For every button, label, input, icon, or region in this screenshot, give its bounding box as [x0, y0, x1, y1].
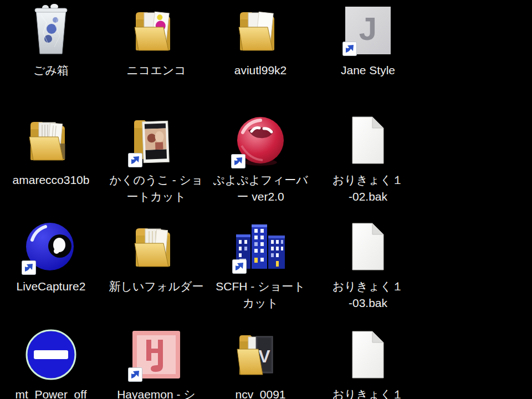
desktop-icon-scfh[interactable]: SCFH - ショートカット [209, 219, 311, 311]
desktop-icon-recycle-bin[interactable]: ごみ箱 [0, 3, 102, 79]
icon-label: 新しいフォルダー [105, 278, 207, 295]
shortcut-arrow-icon [128, 153, 142, 167]
document-icon [350, 115, 386, 165]
shortcut-arrow-icon [342, 42, 357, 56]
icon-label: SCFH - ショートカット [209, 278, 311, 311]
desktop-icon-ncv-folder[interactable]: V ncv_0091 [209, 328, 311, 399]
folder-icon [235, 5, 286, 56]
desktop-icon-orikyoku-02-bak[interactable]: おりきょく１-02.bak [317, 113, 419, 205]
icon-label: aviutl99k2 [209, 62, 311, 79]
desktop-icon-mt-power-off[interactable]: mt_Power_off [0, 328, 102, 399]
desktop-icon-amarecco-folder[interactable]: amarecco310b [0, 113, 102, 188]
icon-label: mt_Power_off [0, 386, 102, 399]
shortcut-arrow-icon [232, 259, 247, 274]
folder-icon [131, 221, 182, 272]
no-entry-icon [24, 328, 78, 381]
desktop-icon-hayaemon[interactable]: Hayaemon - シ [105, 328, 207, 399]
desktop-icon-jane-style[interactable]: J Jane Style [317, 3, 419, 79]
icon-label: おりきょく１-03.bak [317, 278, 419, 311]
document-icon [350, 330, 386, 380]
icon-label: Hayaemon - シ [105, 386, 207, 399]
desktop-icon-puyopuyo-fever[interactable]: ぷよぷよフィーバー ver2.0 [209, 113, 311, 205]
desktop-icon-orikyoku-03-bak[interactable]: おりきょく１-03.bak [317, 219, 419, 311]
desktop-icon-livecapture2[interactable]: LiveCapture2 [0, 219, 102, 295]
desktop-icon-orikyoku-1[interactable]: おりきょく１ [317, 328, 419, 399]
desktop-icon-new-folder[interactable]: 新しいフォルダー [105, 219, 207, 295]
icon-label: おりきょく１ [317, 386, 419, 399]
desktop-icon-nicoenco-folder[interactable]: ニコエンコ [105, 3, 207, 79]
icon-label: amarecco310b [0, 172, 102, 188]
desktop-icon-aviutl-folder[interactable]: aviutl99k2 [209, 3, 311, 79]
shortcut-arrow-icon [231, 154, 245, 168]
folder-icon [131, 5, 182, 56]
icon-label: かくのうこ - ショートカット [105, 172, 207, 205]
icon-label: LiveCapture2 [0, 278, 102, 295]
document-icon [350, 222, 386, 272]
icon-label: ncv_0091 [209, 386, 311, 399]
jane-letter: J [359, 13, 377, 45]
icon-label: Jane Style [317, 62, 419, 79]
folder-video-icon: V [235, 329, 286, 380]
desktop: ごみ箱 ニコエンコ [0, 0, 532, 399]
icon-label: おりきょく１-02.bak [317, 172, 419, 205]
icon-label: ごみ箱 [0, 62, 102, 79]
icon-label: ニコエンコ [105, 62, 207, 79]
desktop-icon-kakunouko[interactable]: かくのうこ - ショートカット [105, 113, 207, 205]
shortcut-arrow-icon [22, 260, 36, 275]
icon-label: ぷよぷよフィーバー ver2.0 [209, 172, 311, 205]
recycle-bin-icon [31, 4, 71, 57]
shortcut-arrow-icon [128, 367, 142, 382]
folder-icon [25, 115, 76, 166]
